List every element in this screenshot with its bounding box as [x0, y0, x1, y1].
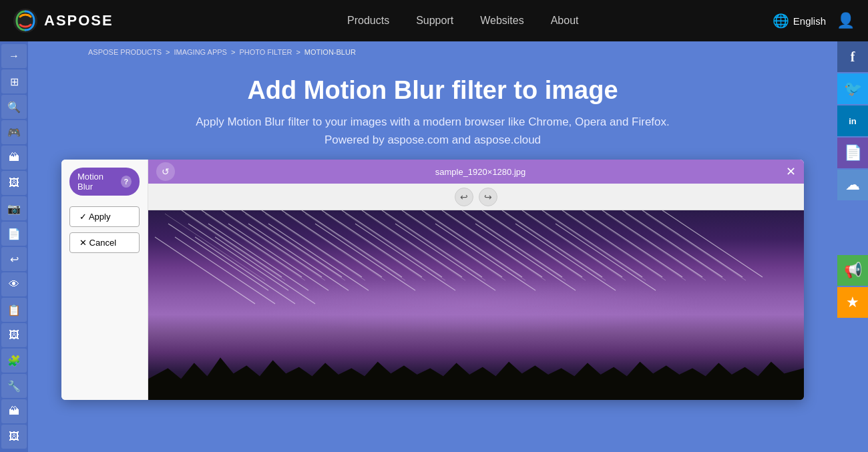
- nav-websites[interactable]: Websites: [480, 15, 524, 27]
- aspose-logo-icon: [13, 9, 37, 33]
- svg-line-12: [402, 210, 502, 277]
- logo-area[interactable]: ASPOSE: [13, 9, 114, 33]
- left-sidebar: → ⊞ 🔍 🎮 🏔 🖼 📷 📄 ↩ 👁 📋 🖼 🧩 🔧 🏔 🖼: [0, 41, 28, 452]
- hero-subtitle: Apply Motion Blur filter to your images …: [41, 113, 824, 131]
- svg-line-7: [302, 210, 402, 277]
- svg-line-57: [445, 214, 546, 280]
- breadcrumb-imaging[interactable]: IMAGING APPS: [174, 48, 226, 56]
- cancel-button[interactable]: ✕ Cancel: [69, 232, 140, 253]
- sidebar-btn-14[interactable]: 🏔: [1, 399, 27, 423]
- facebook-icon: f: [851, 49, 855, 65]
- toolbar-refresh-button[interactable]: ↺: [156, 162, 175, 181]
- sidebar-btn-11[interactable]: 🖼: [1, 323, 27, 347]
- svg-line-45: [205, 214, 305, 280]
- svg-line-63: [566, 214, 666, 280]
- language-selector[interactable]: 🌐 English: [773, 13, 826, 29]
- page-title: Add Motion Blur filter to image: [41, 76, 824, 105]
- sidebar-btn-12[interactable]: 🧩: [1, 349, 27, 373]
- file-share-button[interactable]: 📄: [837, 138, 868, 168]
- cloud-button[interactable]: ☁: [837, 170, 868, 200]
- cloud-icon: ☁: [845, 176, 860, 194]
- svg-line-21: [582, 210, 682, 277]
- svg-line-47: [245, 214, 345, 280]
- sidebar-btn-8[interactable]: ↩: [1, 247, 27, 271]
- star-button[interactable]: ★: [837, 287, 868, 318]
- svg-line-10: [362, 210, 462, 277]
- logo-text: ASPOSE: [44, 12, 114, 29]
- breadcrumb: ASPOSE PRODUCTS > IMAGING APPS > PHOTO F…: [28, 41, 837, 63]
- apply-button[interactable]: ✓ Apply: [69, 206, 140, 227]
- svg-line-2: [202, 210, 302, 277]
- help-icon[interactable]: ?: [121, 176, 132, 188]
- editor-filename: sample_1920×1280.jpg: [175, 167, 786, 177]
- sidebar-btn-3[interactable]: 🎮: [1, 120, 27, 144]
- svg-line-31: [268, 224, 369, 290]
- breadcrumb-current: MOTION-BLUR: [304, 48, 356, 56]
- svg-line-30: [248, 224, 349, 290]
- svg-line-11: [382, 210, 482, 277]
- svg-line-43: [165, 214, 265, 280]
- svg-line-49: [285, 214, 385, 280]
- sidebar-btn-4[interactable]: 🏔: [1, 146, 27, 170]
- nav-products[interactable]: Products: [347, 15, 389, 27]
- svg-line-8: [322, 210, 422, 277]
- nav-links: Products Support Websites About: [154, 15, 773, 27]
- svg-line-5: [262, 210, 362, 277]
- sidebar-btn-13[interactable]: 🔧: [1, 374, 27, 398]
- breadcrumb-photofilter[interactable]: PHOTO FILTER: [239, 48, 292, 56]
- sidebar-btn-7[interactable]: 📄: [1, 222, 27, 246]
- toolbar-close-button[interactable]: ✕: [786, 164, 796, 179]
- sidebar-btn-6[interactable]: 📷: [1, 196, 27, 220]
- facebook-button[interactable]: f: [837, 41, 868, 72]
- svg-line-25: [662, 210, 763, 277]
- megaphone-button[interactable]: 📢: [837, 255, 868, 286]
- star-icon: ★: [846, 294, 859, 311]
- sidebar-btn-5[interactable]: 🖼: [1, 171, 27, 195]
- twitter-button[interactable]: 🐦: [837, 73, 868, 104]
- linkedin-icon: in: [849, 116, 857, 126]
- sidebar-btn-9[interactable]: 👁: [1, 272, 27, 296]
- sidebar-btn-2[interactable]: 🔍: [1, 95, 27, 119]
- nav-support[interactable]: Support: [416, 15, 453, 27]
- nav-about[interactable]: About: [551, 15, 579, 27]
- redo-button[interactable]: ↪: [479, 188, 497, 206]
- breadcrumb-aspose[interactable]: ASPOSE PRODUCTS: [88, 48, 162, 56]
- breadcrumb-sep-1: >: [231, 48, 235, 56]
- sidebar-btn-10[interactable]: 📋: [1, 298, 27, 322]
- svg-line-61: [525, 214, 626, 280]
- svg-line-33: [175, 237, 275, 304]
- refresh-icon: ↺: [162, 166, 170, 177]
- svg-line-51: [325, 214, 425, 280]
- svg-line-66: [626, 214, 726, 280]
- svg-line-24: [642, 210, 742, 277]
- svg-line-1: [182, 210, 282, 277]
- svg-line-53: [365, 214, 465, 280]
- editor-toolbar: ↺ sample_1920×1280.jpg ✕: [148, 160, 804, 184]
- toolbar-left: ↺: [156, 162, 175, 181]
- filter-label: Motion Blur: [77, 172, 117, 192]
- svg-line-28: [208, 224, 308, 290]
- sidebar-btn-0[interactable]: →: [1, 44, 27, 68]
- image-preview: [148, 210, 804, 400]
- svg-line-16: [482, 210, 582, 277]
- user-icon[interactable]: 👤: [837, 12, 855, 29]
- megaphone-icon: 📢: [844, 262, 862, 279]
- filter-tag: Motion Blur ?: [69, 168, 140, 196]
- sidebar-btn-1[interactable]: ⊞: [1, 69, 27, 93]
- top-navigation: ASPOSE Products Support Websites About 🌐…: [0, 0, 868, 41]
- right-social-panel: f 🐦 in 📄 ☁ 📢 ★: [837, 41, 868, 319]
- svg-line-23: [622, 210, 722, 277]
- svg-line-27: [188, 224, 288, 290]
- svg-line-32: [155, 237, 255, 304]
- svg-line-19: [542, 210, 642, 277]
- editor-panel: ↺ sample_1920×1280.jpg ✕ ↩ ↪: [148, 160, 804, 400]
- svg-line-46: [225, 214, 325, 280]
- svg-line-65: [606, 214, 706, 280]
- file-share-icon: 📄: [844, 144, 862, 162]
- linkedin-button[interactable]: in: [837, 105, 868, 136]
- editor-box: Motion Blur ? ✓ Apply ✕ Cancel ↺ sample_…: [61, 160, 804, 400]
- sidebar-btn-15[interactable]: 🖼: [1, 425, 27, 449]
- svg-line-17: [502, 210, 602, 277]
- undo-button[interactable]: ↩: [455, 188, 473, 206]
- svg-line-62: [546, 214, 646, 280]
